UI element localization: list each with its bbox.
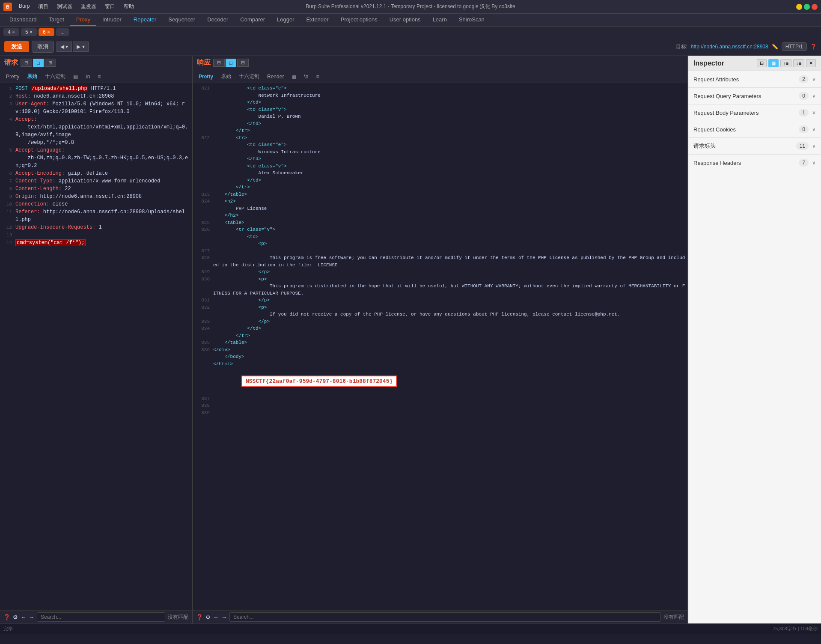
resp-fmt-render[interactable]: Render <box>265 73 286 80</box>
resp-fmt-hex[interactable]: 十六进制 <box>236 72 262 81</box>
tab-user-options[interactable]: User options <box>384 14 427 26</box>
request-line-13: 13 <box>2 231 190 239</box>
request-line-12: 12 Upgrade-Insecure-Requests: 1 <box>2 224 190 231</box>
response-code-area[interactable]: 821 <td class="e"> Network Infrastructur… <box>193 83 687 610</box>
target-url-link[interactable]: http://node6.anna.nssctf.cn:28908 <box>691 44 768 50</box>
resp-fmt-raw[interactable]: 原始 <box>218 72 234 81</box>
fmt-menu[interactable]: ≡ <box>95 73 103 80</box>
insp-list-btn[interactable]: ▦ <box>768 59 779 67</box>
resp-fmt-menu[interactable]: ≡ <box>313 73 321 80</box>
tab-decoder[interactable]: Decoder <box>201 14 234 26</box>
resp-line-822a: 822 <tr> <box>194 134 686 142</box>
tab-logger[interactable]: Logger <box>271 14 300 26</box>
resp-line-822c: Windows Infrastructure <box>194 149 686 156</box>
request-code-area[interactable]: 1 POST /uploads/shell.php HTTP/1.1 2 Hos… <box>0 83 192 610</box>
resp-fmt-newline[interactable]: \n <box>301 73 311 80</box>
minimize-button[interactable] <box>796 4 802 10</box>
sub-tab-5[interactable]: 5 × <box>21 28 37 36</box>
resp-line-836b: </body> <box>194 353 686 361</box>
fmt-icon1[interactable]: ▦ <box>71 73 80 80</box>
resp-view-split-btn[interactable]: ⊟ <box>213 59 225 67</box>
tab-extender[interactable]: Extender <box>300 14 335 26</box>
sub-tab-6[interactable]: 6 × <box>39 28 54 36</box>
http-version[interactable]: HTTP/1 <box>782 42 807 51</box>
maximize-button[interactable] <box>804 4 810 10</box>
tab-shiroscan[interactable]: ShiroScan <box>453 14 491 26</box>
prev-button[interactable]: ◀ ▾ <box>57 42 72 52</box>
response-no-match: 没有匹配 <box>663 614 684 621</box>
resp-line-821f: </td> <box>194 120 686 128</box>
inspector-row-query-params[interactable]: Request Query Parameters 0 ∨ <box>688 88 821 104</box>
fmt-pretty[interactable]: Pretty <box>3 73 22 80</box>
view-wide-btn[interactable]: ⊞ <box>45 59 56 67</box>
insp-sort-asc-btn[interactable]: ↑≡ <box>780 59 791 67</box>
search-settings-icon[interactable]: ⚙ <box>13 614 18 620</box>
tab-repeater[interactable]: Repeater <box>128 14 162 26</box>
status-left: 完毕 <box>3 626 13 632</box>
fmt-hex[interactable]: 十六进制 <box>42 72 68 81</box>
view-single-btn[interactable]: □ <box>33 59 44 67</box>
resp-view-single-btn[interactable]: □ <box>226 59 236 67</box>
next-button[interactable]: ▶ ▾ <box>73 42 88 52</box>
resp-search-settings-icon[interactable]: ⚙ <box>205 614 211 620</box>
tab-comparer[interactable]: Comparer <box>234 14 271 26</box>
view-split-btn[interactable]: ⊟ <box>21 59 32 67</box>
menu-project[interactable]: 项目 <box>35 2 52 11</box>
tab-sequencer[interactable]: Sequencer <box>162 14 201 26</box>
help-icon[interactable]: ❓ <box>810 44 817 50</box>
tab-intruder[interactable]: Intruder <box>96 14 128 26</box>
resp-search-next-icon[interactable]: → <box>221 614 227 620</box>
menu-window[interactable]: 窗口 <box>101 2 119 11</box>
insp-close-btn[interactable]: ✕ <box>806 59 816 67</box>
inspector-row-response-headers[interactable]: Response Headers 7 ∨ <box>688 155 821 171</box>
resp-line-833: 833 </p> <box>194 318 686 325</box>
inspector-arrow-response-headers: ∨ <box>812 160 816 166</box>
resp-line-826c: <p> <box>194 240 686 247</box>
inspector-row-request-attributes[interactable]: Request Attributes 2 ∨ <box>688 71 821 88</box>
sub-tab-more[interactable]: ... <box>56 28 69 36</box>
menu-burp[interactable]: Burp <box>15 2 33 11</box>
tab-target[interactable]: Target <box>43 14 70 26</box>
menu-test[interactable]: 测试器 <box>54 2 76 11</box>
resp-search-prev-icon[interactable]: ← <box>213 614 219 620</box>
request-no-match: 没有匹配 <box>168 614 188 621</box>
request-search-input[interactable] <box>37 612 165 622</box>
response-panel: 响应 ⊟ □ ⊞ Pretty 原始 十六进制 Render ▦ \n ≡ 82… <box>193 56 688 623</box>
insp-sort-desc-btn[interactable]: ↓≡ <box>793 59 804 67</box>
resp-view-wide-btn[interactable]: ⊞ <box>237 59 249 67</box>
inspector-row-cookies[interactable]: Request Cookies 0 ∨ <box>688 121 821 138</box>
nav-arrows: ◀ ▾ ▶ ▾ <box>57 42 89 52</box>
request-line-11: 11 Referer: http://node6.anna.nssctf.cn:… <box>2 208 190 224</box>
resp-line-832b: If you did not receive a copy of the PHP… <box>194 311 686 318</box>
tab-proxy[interactable]: Proxy <box>70 14 96 26</box>
resp-fmt-icon1[interactable]: ▦ <box>289 73 299 80</box>
close-button[interactable] <box>812 4 818 10</box>
resp-line-821b: Network Infrastructure <box>194 92 686 99</box>
target-label: 目标: <box>676 43 687 51</box>
menu-bar: Burp 项目 测试器 重发器 窗口 帮助 <box>15 2 137 11</box>
search-prev-icon[interactable]: ← <box>21 614 26 620</box>
inspector-row-body-params[interactable]: Request Body Parameters 1 ∨ <box>688 104 821 121</box>
inspector-label-request-attributes: Request Attributes <box>693 76 799 83</box>
sub-tab-4[interactable]: 4 × <box>3 28 19 36</box>
tab-dashboard[interactable]: Dashboard <box>3 14 43 26</box>
fmt-newline[interactable]: \n <box>83 73 92 80</box>
resp-fmt-pretty[interactable]: Pretty <box>196 73 216 80</box>
send-button[interactable]: 发送 <box>4 41 29 52</box>
insp-grid-btn[interactable]: ⊟ <box>757 59 767 67</box>
tab-project-options[interactable]: Project options <box>335 14 384 26</box>
resp-search-help-icon[interactable]: ❓ <box>196 614 203 620</box>
response-search-input[interactable] <box>229 612 661 622</box>
tab-learn[interactable]: Learn <box>427 14 453 26</box>
menu-help[interactable]: 帮助 <box>120 2 137 11</box>
search-next-icon[interactable]: → <box>29 614 34 620</box>
status-bar: 完毕 75,308字节 | 104毫秒 <box>0 623 821 634</box>
cancel-button[interactable]: 取消 <box>32 41 54 53</box>
inspector-arrow-request-headers: ∨ <box>812 143 816 149</box>
search-help-icon[interactable]: ❓ <box>3 614 10 620</box>
inspector-row-request-headers[interactable]: 请求标头 11 ∨ <box>688 138 821 155</box>
edit-icon[interactable]: ✏️ <box>772 44 778 50</box>
fmt-raw[interactable]: 原始 <box>24 72 40 81</box>
menu-resend[interactable]: 重发器 <box>77 2 100 11</box>
resp-line-824b: PHP License <box>194 205 686 212</box>
